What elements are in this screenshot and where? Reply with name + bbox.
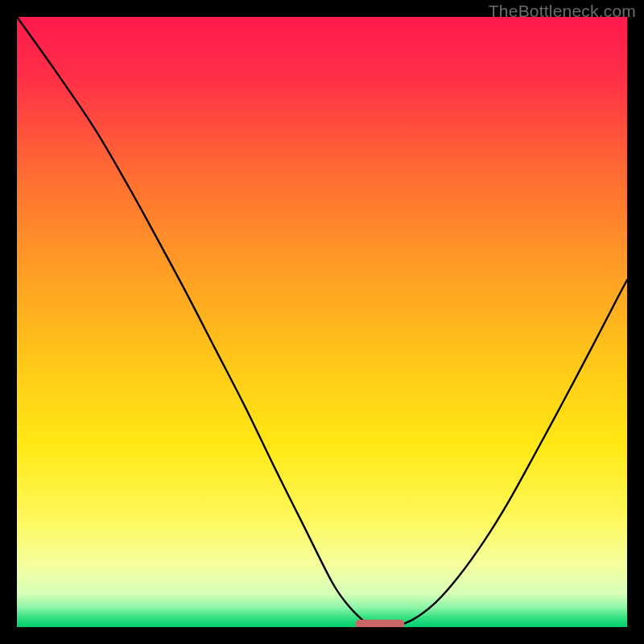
chart-frame: [17, 17, 627, 627]
chart-background: [17, 17, 627, 627]
optimal-marker: [356, 620, 405, 627]
bottleneck-chart: [17, 17, 627, 627]
watermark-text: TheBottleneck.com: [489, 2, 636, 21]
